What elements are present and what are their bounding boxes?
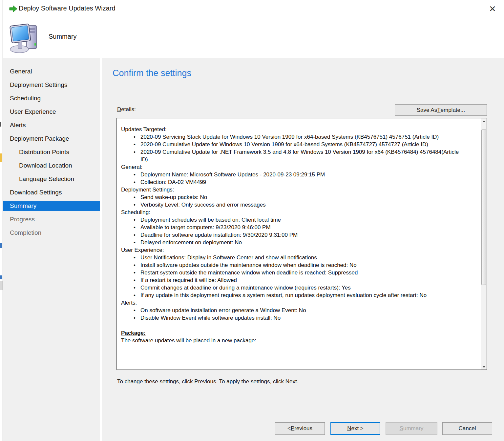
bullet-dot-icon: • <box>134 254 140 261</box>
details-summary-box[interactable]: Updates Targeted:•2020-09 Servicing Stac… <box>116 118 487 370</box>
summary-button: Summary <box>386 422 437 435</box>
bullet-text: Install software updates outside the mai… <box>140 261 462 269</box>
details-bullet-item: •Commit changes at deadline or during a … <box>134 284 462 291</box>
bullet-text: Collection: DA-02 VM4499 <box>140 178 462 186</box>
bullet-dot-icon: • <box>134 133 140 141</box>
sidebar-item-download-settings[interactable]: Download Settings <box>3 188 100 197</box>
previous-button[interactable]: < Previous <box>275 422 325 435</box>
bullet-text: Available to target computers: 9/23/2020… <box>140 224 462 231</box>
bullet-dot-icon: • <box>134 284 140 291</box>
background-fragment <box>0 275 2 279</box>
details-section-title: Scheduling: <box>121 209 462 216</box>
bullet-text: 2020-09 Cumulative Update for .NET Frame… <box>140 148 462 163</box>
details-section-title: Alerts: <box>121 299 462 307</box>
sidebar-item-completion: Completion <box>3 228 100 238</box>
button-bar-divider <box>102 409 504 409</box>
bullet-text: If any update in this deployment require… <box>140 291 462 299</box>
bullet-text: Restart system outside the maintenance w… <box>140 269 462 276</box>
details-bullet-item: •Restart system outside the maintenance … <box>134 269 462 276</box>
package-text: The software updates will be placed in a… <box>121 337 462 344</box>
sidebar-item-deployment-settings[interactable]: Deployment Settings <box>3 80 100 90</box>
details-sections: Updates Targeted:•2020-09 Servicing Stac… <box>121 126 462 322</box>
details-bullet-item: •Available to target computers: 9/23/202… <box>134 224 462 231</box>
computer-icon <box>8 22 40 54</box>
background-fragment <box>0 153 2 162</box>
bullet-text: Send wake-up packets: No <box>140 193 462 201</box>
close-icon[interactable]: ✕ <box>487 3 498 14</box>
save-as-template-button[interactable]: Save As Template... <box>395 104 487 116</box>
background-fragment <box>0 243 2 248</box>
scrollbar-thumb[interactable] <box>481 130 486 285</box>
wizard-header: Summary <box>3 18 504 58</box>
next-button[interactable]: Next > <box>330 422 380 435</box>
main-panel: Confirm the settings Details: Save As Te… <box>102 58 504 441</box>
page-title: Summary <box>49 33 77 40</box>
details-bullet-item: •Deadline for software update installati… <box>134 231 462 239</box>
details-bullet-item: •Deployment schedules will be based on: … <box>134 216 462 224</box>
bullet-text: Deployment Name: Microsoft Software Upda… <box>140 171 462 178</box>
sidebar-item-user-experience[interactable]: User Experience <box>3 107 100 117</box>
details-bullet-item: •Verbosity Level: Only success and error… <box>134 201 462 209</box>
bullet-text: Deadline for software update installatio… <box>140 231 462 239</box>
cancel-button[interactable]: Cancel <box>442 422 492 435</box>
bullet-text: User Notifications: Display in Software … <box>140 254 462 261</box>
details-bullet-item: •Delayed enforcement on deployment: No <box>134 239 462 246</box>
bullet-text: On software update installation error ge… <box>140 307 462 314</box>
sidebar-item-summary[interactable]: Summary <box>3 201 100 211</box>
sidebar-item-language-selection[interactable]: Language Selection <box>3 174 100 184</box>
bullet-dot-icon: • <box>134 178 140 186</box>
window-title: Deploy Software Updates Wizard <box>19 5 116 12</box>
sidebar-item-download-location[interactable]: Download Location <box>3 161 100 170</box>
details-section-title: General: <box>121 163 462 171</box>
bullet-text: Commit changes at deadline or during a m… <box>140 284 462 291</box>
details-bullet-item: •Install software updates outside the ma… <box>134 261 462 269</box>
details-bullet-item: •On software update installation error g… <box>134 307 462 314</box>
wizard-green-arrow-icon <box>9 5 18 13</box>
window-titlebar[interactable]: Deploy Software Updates Wizard ✕ <box>3 0 504 18</box>
sidebar-item-alerts[interactable]: Alerts <box>3 120 100 130</box>
details-content: Updates Targeted:•2020-09 Servicing Stac… <box>117 118 480 370</box>
details-label: Details: <box>117 106 136 113</box>
bullet-dot-icon: • <box>134 171 140 178</box>
bullet-dot-icon: • <box>134 193 140 201</box>
details-bullet-item: •2020-09 Cumulative Update for Windows 1… <box>134 141 462 148</box>
scroll-up-icon[interactable] <box>481 118 487 124</box>
details-bullet-item: •Disable Window Event while software upd… <box>134 314 462 322</box>
bullet-dot-icon: • <box>134 307 140 314</box>
bullet-dot-icon: • <box>134 239 140 246</box>
scroll-down-icon[interactable] <box>481 364 487 370</box>
background-window-strip <box>0 0 3 441</box>
bullet-dot-icon: • <box>134 291 140 299</box>
sidebar-item-scheduling[interactable]: Scheduling <box>3 93 100 103</box>
sidebar-item-deployment-package[interactable]: Deployment Package <box>3 134 100 144</box>
sidebar-item-distribution-points[interactable]: Distribution Points <box>3 147 100 157</box>
bullet-text: Deployment schedules will be based on: C… <box>140 216 462 224</box>
bullet-dot-icon: • <box>134 148 140 163</box>
bullet-text: Verbosity Level: Only success and error … <box>140 201 462 209</box>
bullet-dot-icon: • <box>134 141 140 148</box>
bullet-text: 2020-09 Servicing Stack Update for Windo… <box>140 133 462 141</box>
sidebar-item-progress: Progress <box>3 214 100 224</box>
confirm-settings-heading: Confirm the settings <box>113 68 191 78</box>
background-fragment <box>0 281 3 290</box>
details-bullet-item: •Collection: DA-02 VM4499 <box>134 178 462 186</box>
details-bullet-item: •Deployment Name: Microsoft Software Upd… <box>134 171 462 178</box>
vertical-scrollbar[interactable] <box>481 118 487 370</box>
details-bullet-item: •Send wake-up packets: No <box>134 193 462 201</box>
details-section-title: Deployment Settings: <box>121 186 462 193</box>
wizard-button-bar: < Previous Next > Summary Cancel <box>102 409 504 441</box>
bullet-dot-icon: • <box>134 261 140 269</box>
sidebar-item-general[interactable]: General <box>3 67 100 76</box>
wizard-sidebar: GeneralDeployment SettingsSchedulingUser… <box>3 58 100 441</box>
bullet-dot-icon: • <box>134 231 140 239</box>
bullet-text: Delayed enforcement on deployment: No <box>140 239 462 246</box>
details-bullet-item: •2020-09 Servicing Stack Update for Wind… <box>134 133 462 141</box>
details-bullet-item: •2020-09 Cumulative Update for .NET Fram… <box>134 148 462 163</box>
deploy-software-updates-wizard-window: Deploy Software Updates Wizard ✕ <box>0 0 504 441</box>
bullet-dot-icon: • <box>134 201 140 209</box>
bullet-dot-icon: • <box>134 269 140 276</box>
scrollbar-grip-icon <box>482 206 486 208</box>
background-fragment <box>0 79 3 441</box>
bullet-dot-icon: • <box>134 314 140 322</box>
bullet-dot-icon: • <box>134 216 140 224</box>
